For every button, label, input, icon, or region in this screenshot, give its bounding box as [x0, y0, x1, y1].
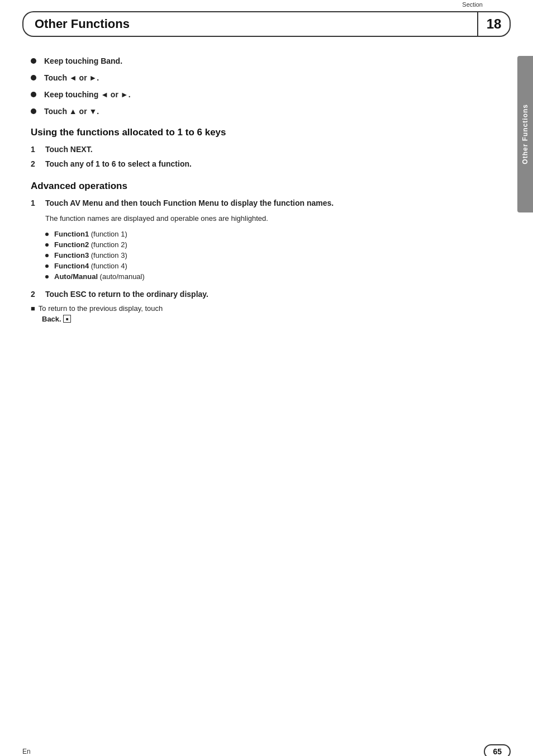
note-item: ■ To return to the previous display, tou…	[31, 304, 480, 313]
bullet-dot	[31, 75, 36, 81]
bullet-dot	[31, 108, 36, 114]
bullet-text: Keep touching ◄ or ►.	[44, 90, 131, 99]
step-number: 1	[31, 145, 40, 154]
step-text: Touch NEXT.	[45, 145, 93, 154]
footer-page: 65	[484, 744, 511, 756]
bullet-text: Touch ▲ or ▼.	[44, 107, 99, 116]
step-description: The function names are displayed and ope…	[45, 213, 480, 224]
function-item: Function4 (function 4)	[54, 262, 127, 270]
sub-bullet-dot	[45, 275, 49, 278]
step-number: 1	[31, 199, 40, 207]
bullet-text: Keep touching Band.	[44, 56, 122, 65]
sub-bullet-dot	[45, 264, 49, 268]
list-item: Function3 (function 3)	[45, 251, 480, 259]
adv-step-2: 2 Touch ESC to return to the ordinary di…	[31, 290, 480, 299]
back-reference: Back. ■	[42, 315, 480, 323]
page-container: Section Other Functions 18 Other Functio…	[0, 11, 533, 756]
function-list: Function1 (function 1) Function2 (functi…	[45, 230, 480, 281]
sidebar-label: Other Functions	[521, 104, 529, 164]
subsection2-title: Advanced operations	[31, 181, 480, 192]
back-icon: ■	[63, 315, 71, 323]
bullet-list: Keep touching Band. Touch ◄ or ►. Keep t…	[31, 56, 480, 116]
function-item: Function1 (function 1)	[54, 230, 127, 238]
subsection1-title: Using the functions allocated to 1 to 6 …	[31, 127, 480, 138]
step-text: Touch AV Menu and then touch Function Me…	[45, 199, 334, 207]
list-item: Function2 (function 2)	[45, 240, 480, 249]
list-item: Function1 (function 1)	[45, 230, 480, 238]
list-item: Touch ◄ or ►.	[31, 73, 480, 82]
list-item: Keep touching ◄ or ►.	[31, 90, 480, 99]
step-number: 2	[31, 159, 40, 168]
bullet-text: Touch ◄ or ►.	[44, 73, 99, 82]
section-label: Section	[462, 1, 483, 8]
section-number: 18	[477, 11, 511, 37]
list-item: Function4 (function 4)	[45, 262, 480, 270]
adv-step-1: 1 Touch AV Menu and then touch Function …	[31, 199, 480, 207]
section-header: Section Other Functions 18	[22, 11, 511, 37]
function-item: Auto/Manual (auto/manual)	[54, 272, 145, 281]
step-1: 1 Touch NEXT.	[31, 145, 480, 154]
main-content: Keep touching Band. Touch ◄ or ►. Keep t…	[0, 37, 513, 334]
right-sidebar: Other Functions	[517, 56, 533, 212]
footer: En 65	[0, 744, 533, 756]
bullet-dot	[31, 92, 36, 97]
step-text: Touch any of 1 to 6 to select a function…	[45, 159, 192, 168]
function-item: Function3 (function 3)	[54, 251, 127, 259]
step-number: 2	[31, 290, 40, 299]
sub-bullet-dot	[45, 254, 49, 257]
bullet-dot	[31, 58, 36, 64]
list-item: Auto/Manual (auto/manual)	[45, 272, 480, 281]
list-item: Touch ▲ or ▼.	[31, 107, 480, 116]
step-text: Touch ESC to return to the ordinary disp…	[45, 290, 208, 299]
back-label: Back.	[42, 315, 63, 323]
footer-lang: En	[22, 748, 31, 755]
note-marker: ■	[31, 304, 35, 313]
note-text: To return to the previous display, touch	[39, 304, 163, 313]
page-title: Other Functions	[35, 17, 466, 31]
sub-bullet-dot	[45, 243, 49, 247]
list-item: Keep touching Band.	[31, 56, 480, 65]
sub-bullet-dot	[45, 233, 49, 236]
step-2: 2 Touch any of 1 to 6 to select a functi…	[31, 159, 480, 168]
function-item: Function2 (function 2)	[54, 240, 127, 249]
section-title-box: Other Functions	[22, 11, 477, 37]
